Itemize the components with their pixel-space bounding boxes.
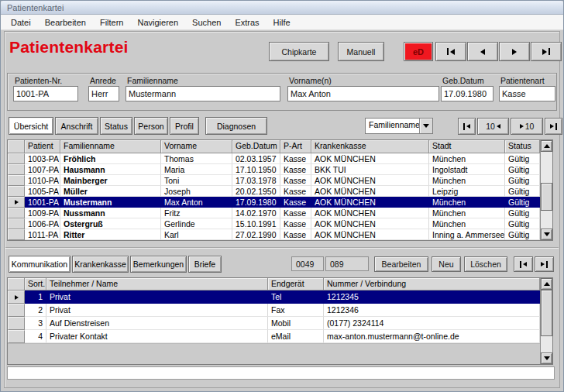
row-selector[interactable] xyxy=(8,164,25,175)
record-next-button[interactable] xyxy=(499,42,530,61)
area-code-field[interactable]: 089 xyxy=(325,256,369,271)
tab-briefe[interactable]: Briefe xyxy=(188,256,222,273)
patient-row[interactable]: 1009-PA Nussmann Fritz 14.02.1970 Kasse … xyxy=(8,208,540,218)
app-window: Patientenkartei Datei Bearbeiten Filtern… xyxy=(0,0,564,392)
familienname-field[interactable] xyxy=(126,86,280,101)
comm-first-button[interactable] xyxy=(514,256,533,272)
cell-stadt: München xyxy=(429,208,505,218)
tab-uebersicht[interactable]: Übersicht xyxy=(9,117,53,135)
tab-bemerkungen[interactable]: Bemerkungen xyxy=(130,256,187,273)
cell-familienname: Müller xyxy=(60,186,161,197)
tab-person[interactable]: Person xyxy=(134,117,168,135)
patient-row-selected[interactable]: 1001-PA Mustermann Max Anton 17.09.1980 … xyxy=(8,197,540,208)
patient-row[interactable]: 1010-PA Mainberger Toni 17.03.1978 Kasse… xyxy=(8,175,540,186)
record-prev-button[interactable] xyxy=(467,42,498,61)
patient-row[interactable]: 1003-PA Fröhlich Thomas 02.03.1957 Kasse… xyxy=(8,153,540,164)
column-header-endgeraet[interactable]: Endgerät xyxy=(268,278,324,291)
comm-scrollbar[interactable] xyxy=(540,278,552,364)
manuell-button[interactable]: Manuell xyxy=(338,42,384,61)
tab-anschrift[interactable]: Anschrift xyxy=(55,117,98,135)
chipkarte-button[interactable]: Chipkarte xyxy=(269,42,329,61)
cell-p-art: Kasse xyxy=(280,229,311,240)
menu-item-datei[interactable]: Datei xyxy=(4,16,38,29)
comm-last-button[interactable] xyxy=(535,256,554,272)
arrow-up-icon xyxy=(544,282,550,286)
comm-scroll-up-button[interactable] xyxy=(541,278,552,290)
diagnosen-button[interactable]: Diagnosen xyxy=(205,117,267,135)
list-first-button[interactable] xyxy=(458,118,476,135)
column-header-teilnehmer[interactable]: Teilnehmer / Name xyxy=(46,278,268,291)
patient-row[interactable]: 1006-PA Ostergruß Gerlinde 15.10.1991 Ka… xyxy=(8,218,540,229)
comm-row[interactable]: 3 Auf Dienstreisen Mobil (0177) 2324114 xyxy=(8,317,540,330)
comm-row-selected[interactable]: 1 Privat Tel 1212345 xyxy=(8,291,540,304)
column-header-patient[interactable]: Patient xyxy=(25,140,60,153)
sort-field-select[interactable]: Familienname xyxy=(365,118,433,134)
row-selector[interactable] xyxy=(8,229,25,240)
patient-row[interactable]: 1011-PA Ritter Karl 27.02.1990 Kasse AOK… xyxy=(8,229,540,240)
loeschen-button-label: Löschen xyxy=(470,260,501,269)
column-header-status[interactable]: Status xyxy=(505,140,540,153)
row-selector[interactable] xyxy=(8,175,25,186)
tab-krankenkasse[interactable]: Krankenkasse xyxy=(72,256,129,273)
cell-geb-datum: 17.10.1950 xyxy=(232,164,280,175)
ed-button[interactable]: eD xyxy=(404,42,433,61)
record-first-button[interactable] xyxy=(435,42,466,61)
anrede-field[interactable] xyxy=(88,86,119,101)
loeschen-button[interactable]: Löschen xyxy=(464,256,507,272)
menu-item-navigieren[interactable]: Navigieren xyxy=(130,16,185,29)
patienten-nr-field[interactable] xyxy=(13,86,78,101)
manuell-button-label: Manuell xyxy=(347,47,376,57)
row-selector-current[interactable] xyxy=(8,291,25,304)
row-selector[interactable] xyxy=(8,208,25,218)
record-last-button[interactable] xyxy=(531,42,562,61)
tab-profil[interactable]: Profil xyxy=(170,117,199,135)
patients-scroll-down-button[interactable] xyxy=(541,229,552,240)
cell-familienname: Ostergruß xyxy=(60,218,161,229)
patient-row[interactable]: 1007-PA Hausmann Maria 17.10.1950 Kasse … xyxy=(8,164,540,175)
row-selector-current[interactable] xyxy=(8,197,25,208)
row-selector[interactable] xyxy=(8,153,25,164)
neu-button[interactable]: Neu xyxy=(432,256,461,272)
list-forward-10-button[interactable]: 10 xyxy=(511,118,543,135)
column-header-nummer[interactable]: Nummer / Verbindung xyxy=(324,278,540,291)
patientenart-field[interactable] xyxy=(499,86,555,101)
cell-p-art: Kasse xyxy=(280,153,311,164)
list-back-10-button[interactable]: 10 xyxy=(477,118,509,135)
tab-status[interactable]: Status xyxy=(100,117,132,135)
column-header-familienname[interactable]: Familienname xyxy=(60,140,161,153)
menu-item-filtern[interactable]: Filtern xyxy=(93,16,131,29)
sort-dropdown-button[interactable] xyxy=(419,119,432,133)
column-header-vorname[interactable]: Vorname xyxy=(161,140,232,153)
menu-item-suchen[interactable]: Suchen xyxy=(185,16,228,29)
patients-scroll-thumb[interactable] xyxy=(541,183,552,211)
country-code-field[interactable]: 0049 xyxy=(291,256,324,271)
row-selector[interactable] xyxy=(8,317,25,330)
comm-row[interactable]: 2 Privat Fax 1212346 xyxy=(8,304,540,317)
comm-scroll-down-button[interactable] xyxy=(541,352,552,364)
menu-item-extras[interactable]: Extras xyxy=(228,16,266,29)
menu-item-bearbeiten[interactable]: Bearbeiten xyxy=(38,16,93,29)
patients-scroll-up-button[interactable] xyxy=(541,140,552,152)
row-selector[interactable] xyxy=(8,186,25,197)
column-header-p-art[interactable]: P-Art xyxy=(280,140,311,153)
row-selector[interactable] xyxy=(8,218,25,229)
bearbeiten-button[interactable]: Bearbeiten xyxy=(374,256,428,272)
row-selector[interactable] xyxy=(8,330,25,343)
menu-item-hilfe[interactable]: Hilfe xyxy=(267,16,297,29)
cell-sort: 4 xyxy=(25,330,46,343)
cell-patient: 1010-PA xyxy=(25,175,60,186)
geb-datum-field[interactable] xyxy=(441,86,494,101)
column-header-krankenkasse[interactable]: Krankenkasse xyxy=(311,140,429,153)
comm-scroll-thumb[interactable] xyxy=(541,290,552,336)
comm-row[interactable]: 4 Privater Kontakt eMail max-anton.muste… xyxy=(8,330,540,343)
patient-row[interactable]: 1005-PA Müller Joseph 20.02.1950 Kasse A… xyxy=(8,186,540,197)
tab-kommunikation[interactable]: Kommunikation xyxy=(9,256,70,273)
column-header-selector xyxy=(8,140,25,153)
column-header-sort[interactable]: Sort. xyxy=(25,278,46,291)
patients-scrollbar[interactable] xyxy=(540,140,552,240)
column-header-geb-datum[interactable]: Geb.Datum xyxy=(232,140,280,153)
column-header-stadt[interactable]: Stadt xyxy=(429,140,505,153)
vorname-field[interactable] xyxy=(287,86,439,101)
list-last-button[interactable] xyxy=(545,118,562,135)
row-selector[interactable] xyxy=(8,304,25,317)
